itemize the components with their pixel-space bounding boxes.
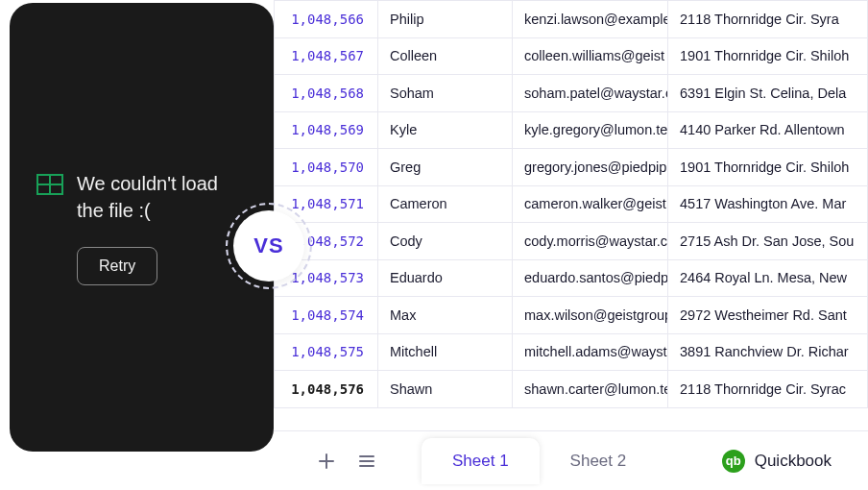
connector-label: Quickbook: [755, 452, 832, 471]
tab-quickbooks[interactable]: qb Quickbook: [703, 436, 851, 486]
cell-email[interactable]: colleen.williams@geist: [513, 37, 668, 75]
cell-name[interactable]: Mitchell: [378, 333, 513, 371]
table-row[interactable]: 1,048,566Philipkenzi.lawson@example.2118…: [275, 1, 868, 38]
cell-id[interactable]: 1,048,574: [275, 297, 378, 334]
cell-addr[interactable]: 2972 Westheimer Rd. Sant: [668, 297, 868, 334]
spreadsheet-icon: [36, 174, 63, 195]
cell-email[interactable]: shawn.carter@lumon.te: [513, 371, 668, 408]
table-row[interactable]: 1,048,569Kylekyle.gregory@lumon.te4140 P…: [275, 111, 868, 149]
cell-name[interactable]: Soham: [378, 75, 513, 112]
table-row[interactable]: 1,048,576Shawnshawn.carter@lumon.te2118 …: [275, 371, 868, 408]
tab-sheet-1[interactable]: Sheet 1: [422, 438, 540, 484]
retry-button[interactable]: Retry: [77, 247, 157, 285]
cell-id[interactable]: 1,048,575: [275, 333, 378, 371]
data-table: 1,048,566Philipkenzi.lawson@example.2118…: [274, 0, 868, 408]
cell-name[interactable]: Eduardo: [378, 259, 513, 297]
cell-name[interactable]: Shawn: [378, 371, 513, 408]
cell-email[interactable]: kenzi.lawson@example.: [513, 1, 668, 38]
cell-name[interactable]: Cameron: [378, 185, 513, 223]
cell-email[interactable]: cody.morris@waystar.c: [513, 223, 668, 260]
cell-name[interactable]: Max: [378, 297, 513, 334]
cell-addr[interactable]: 2715 Ash Dr. San Jose, Sou: [668, 223, 868, 260]
table-row[interactable]: 1,048,570Greggregory.jones@piedpip1901 T…: [275, 149, 868, 186]
cell-addr[interactable]: 2118 Thornridge Cir. Syra: [668, 1, 868, 38]
table-row[interactable]: 1,048,575Mitchellmitchell.adams@wayst389…: [275, 333, 868, 371]
cell-name[interactable]: Colleen: [378, 37, 513, 75]
cell-addr[interactable]: 3891 Ranchview Dr. Richar: [668, 333, 868, 371]
cell-addr[interactable]: 1901 Thornridge Cir. Shiloh: [668, 37, 868, 75]
cell-email[interactable]: soham.patel@waystar.c: [513, 75, 668, 112]
error-message: We couldn't load the file :(: [77, 170, 247, 224]
cell-email[interactable]: eduardo.santos@piedp: [513, 259, 668, 297]
cell-email[interactable]: kyle.gregory@lumon.te: [513, 111, 668, 149]
cell-name[interactable]: Kyle: [378, 111, 513, 149]
cell-addr[interactable]: 4517 Washington Ave. Mar: [668, 185, 868, 223]
cell-id[interactable]: 1,048,570: [275, 149, 378, 186]
cell-id[interactable]: 1,048,569: [275, 111, 378, 149]
cell-id[interactable]: 1,048,576: [275, 371, 378, 408]
cell-email[interactable]: gregory.jones@piedpip: [513, 149, 668, 186]
cell-id[interactable]: 1,048,567: [275, 37, 378, 75]
tab-sheet-2[interactable]: Sheet 2: [540, 438, 658, 484]
table-row[interactable]: 1,048,573Eduardoeduardo.santos@piedp2464…: [275, 259, 868, 297]
table-row[interactable]: 1,048,567Colleencolleen.williams@geist19…: [275, 37, 868, 75]
vs-badge: VS: [233, 210, 304, 282]
cell-id[interactable]: 1,048,568: [275, 75, 378, 112]
vs-label: VS: [253, 233, 283, 258]
spreadsheet-panel: 1,048,566Philipkenzi.lawson@example.2118…: [274, 0, 868, 490]
table-row[interactable]: 1,048,572Codycody.morris@waystar.c2715 A…: [275, 223, 868, 260]
cell-addr[interactable]: 2464 Royal Ln. Mesa, New: [668, 259, 868, 297]
all-sheets-button[interactable]: [354, 449, 379, 474]
cell-name[interactable]: Cody: [378, 223, 513, 260]
table-row[interactable]: 1,048,568Sohamsoham.patel@waystar.c6391 …: [275, 75, 868, 112]
cell-addr[interactable]: 1901 Thornridge Cir. Shiloh: [668, 149, 868, 186]
cell-id[interactable]: 1,048,566: [275, 1, 378, 38]
cell-addr[interactable]: 2118 Thornridge Cir. Syrac: [668, 371, 868, 408]
sheet-tabs-bar: Sheet 1 Sheet 2 qb Quickbook: [274, 430, 868, 490]
cell-addr[interactable]: 6391 Elgin St. Celina, Dela: [668, 75, 868, 112]
quickbooks-icon: qb: [722, 450, 745, 473]
cell-email[interactable]: cameron.walker@geist: [513, 185, 668, 223]
table-row[interactable]: 1,048,574Maxmax.wilson@geistgroup2972 We…: [275, 297, 868, 334]
add-sheet-button[interactable]: [314, 449, 339, 474]
cell-name[interactable]: Philip: [378, 1, 513, 38]
table-row[interactable]: 1,048,571Cameroncameron.walker@geist 451…: [275, 185, 868, 223]
cell-name[interactable]: Greg: [378, 149, 513, 186]
cell-email[interactable]: mitchell.adams@wayst: [513, 333, 668, 371]
cell-email[interactable]: max.wilson@geistgroup: [513, 297, 668, 334]
cell-addr[interactable]: 4140 Parker Rd. Allentown: [668, 111, 868, 149]
